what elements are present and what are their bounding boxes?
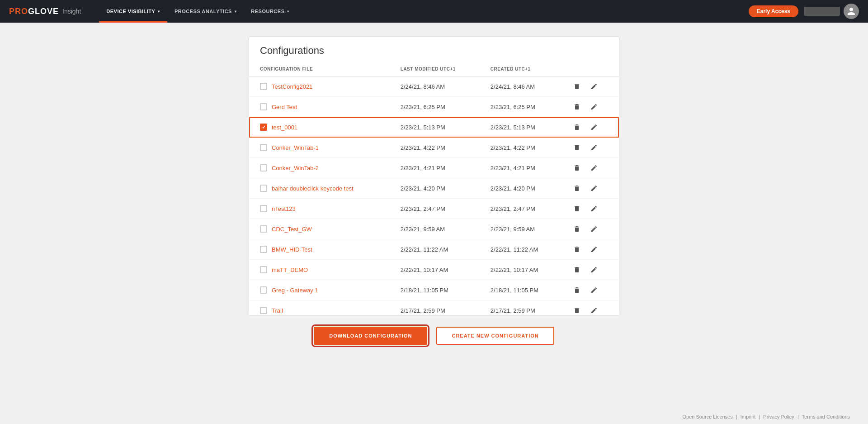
table-row: Trail2/17/21, 2:59 PM2/17/21, 2:59 PM: [249, 300, 619, 316]
table-row: Gerd Test2/23/21, 6:25 PM2/23/21, 6:25 P…: [249, 97, 619, 117]
file-name[interactable]: balhar doubleclick keycode test: [272, 185, 354, 192]
file-name[interactable]: Trail: [272, 307, 283, 314]
file-name-cell: Conker_WinTab-2: [249, 158, 393, 178]
created-date: 2/23/21, 5:13 PM: [483, 117, 564, 138]
table-row: Conker_WinTab-12/23/21, 4:22 PM2/23/21, …: [249, 138, 619, 158]
page-footer: Open Source Licenses | Imprint | Privacy…: [664, 410, 868, 424]
created-date: 2/23/21, 6:25 PM: [483, 97, 564, 117]
file-name-cell: Trail: [249, 300, 393, 316]
modified-date: 2/22/21, 10:17 AM: [393, 260, 483, 280]
delete-icon[interactable]: [571, 122, 582, 133]
file-name-cell: Greg - Gateway 1: [249, 280, 393, 300]
actions-cell: [564, 219, 619, 239]
checkbox[interactable]: [260, 103, 267, 110]
footer-link-terms[interactable]: Terms and Conditions: [802, 414, 850, 419]
modified-date: 2/23/21, 9:59 AM: [393, 219, 483, 239]
modified-date: 2/24/21, 8:46 AM: [393, 76, 483, 97]
created-date: 2/23/21, 2:47 PM: [483, 199, 564, 219]
created-date: 2/17/21, 2:59 PM: [483, 300, 564, 316]
file-name[interactable]: Conker_WinTab-2: [272, 165, 319, 172]
delete-icon[interactable]: [571, 224, 582, 234]
actions-cell: [564, 76, 619, 97]
delete-icon[interactable]: [571, 244, 582, 255]
file-name[interactable]: BMW_HID-Test: [272, 246, 312, 253]
table-row: test_00012/23/21, 5:13 PM2/23/21, 5:13 P…: [249, 117, 619, 138]
table-wrapper[interactable]: CONFIGURATION FILE LAST MODIFIED UTC+1 C…: [249, 62, 619, 315]
table-row: BMW_HID-Test2/22/21, 11:22 AM2/22/21, 11…: [249, 239, 619, 260]
checkbox[interactable]: [260, 286, 267, 294]
nav-item-process-analytics[interactable]: PROCESS ANALYTICS ▾: [167, 0, 244, 23]
col-header-modified: LAST MODIFIED UTC+1: [393, 62, 483, 76]
edit-icon[interactable]: [589, 224, 599, 234]
footer-link-imprint[interactable]: Imprint: [741, 414, 756, 419]
delete-icon[interactable]: [571, 81, 582, 92]
file-name[interactable]: Conker_WinTab-1: [272, 144, 319, 151]
footer-actions: DOWNLOAD CONFIGURATION CREATE NEW CONFIG…: [167, 316, 701, 350]
create-new-configuration-button[interactable]: CREATE NEW CONFIGURATION: [436, 327, 554, 345]
config-table: CONFIGURATION FILE LAST MODIFIED UTC+1 C…: [249, 62, 619, 315]
delete-icon[interactable]: [571, 305, 582, 315]
checkbox[interactable]: [260, 307, 267, 314]
edit-icon[interactable]: [589, 101, 599, 112]
edit-icon[interactable]: [589, 142, 599, 153]
file-name[interactable]: CDC_Test_GW: [272, 226, 312, 233]
file-name[interactable]: TestConfig2021: [272, 83, 312, 90]
table-row: nTest1232/23/21, 2:47 PM2/23/21, 2:47 PM: [249, 199, 619, 219]
file-name-cell: TestConfig2021: [249, 76, 393, 97]
footer-link-licenses[interactable]: Open Source Licenses: [682, 414, 732, 419]
footer-link-privacy[interactable]: Privacy Policy: [763, 414, 794, 419]
user-area: [804, 4, 859, 19]
file-name-cell: nTest123: [249, 199, 393, 219]
delete-icon[interactable]: [571, 264, 582, 275]
checkbox[interactable]: [260, 144, 267, 151]
avatar[interactable]: [844, 4, 859, 19]
file-name[interactable]: Greg - Gateway 1: [272, 287, 318, 294]
edit-icon[interactable]: [589, 244, 599, 255]
file-name-cell: Conker_WinTab-1: [249, 138, 393, 158]
edit-icon[interactable]: [589, 305, 599, 315]
delete-icon[interactable]: [571, 142, 582, 153]
edit-icon[interactable]: [589, 183, 599, 194]
file-name[interactable]: nTest123: [272, 205, 296, 212]
checkbox[interactable]: [260, 83, 267, 90]
delete-icon[interactable]: [571, 203, 582, 214]
delete-icon[interactable]: [571, 101, 582, 112]
edit-icon[interactable]: [589, 285, 599, 295]
chevron-down-icon: ▾: [158, 10, 160, 14]
checkbox[interactable]: [260, 225, 267, 233]
actions-cell: [564, 280, 619, 300]
table-row: TestConfig20212/24/21, 8:46 AM2/24/21, 8…: [249, 76, 619, 97]
file-name[interactable]: maTT_DEMO: [272, 267, 308, 273]
delete-icon[interactable]: [571, 285, 582, 295]
early-access-button[interactable]: Early Access: [749, 5, 798, 17]
delete-icon[interactable]: [571, 162, 582, 173]
delete-icon[interactable]: [571, 183, 582, 194]
edit-icon[interactable]: [589, 81, 599, 92]
download-configuration-button[interactable]: DOWNLOAD CONFIGURATION: [314, 327, 427, 345]
logo: PROGLOVE Insight: [9, 7, 81, 16]
nav-item-device-visibility[interactable]: DEVICE VISIBILITY ▾: [99, 0, 167, 23]
checkbox[interactable]: [260, 246, 267, 253]
checkbox[interactable]: [260, 185, 267, 192]
edit-icon[interactable]: [589, 122, 599, 133]
checkbox[interactable]: [260, 124, 267, 131]
edit-icon[interactable]: [589, 162, 599, 173]
checkbox[interactable]: [260, 205, 267, 212]
file-name-cell: Gerd Test: [249, 97, 393, 117]
table-row: balhar doubleclick keycode test2/23/21, …: [249, 178, 619, 199]
edit-icon[interactable]: [589, 203, 599, 214]
checkbox[interactable]: [260, 164, 267, 172]
file-name[interactable]: Gerd Test: [272, 104, 297, 110]
modified-date: 2/23/21, 4:22 PM: [393, 138, 483, 158]
actions-cell: [564, 178, 619, 199]
actions-cell: [564, 239, 619, 260]
actions-cell: [564, 117, 619, 138]
created-date: 2/22/21, 11:22 AM: [483, 239, 564, 260]
nav-item-resources[interactable]: RESOURCES ▾: [244, 0, 297, 23]
table-row: maTT_DEMO2/22/21, 10:17 AM2/22/21, 10:17…: [249, 260, 619, 280]
logo-glove: GLOVE: [28, 7, 59, 16]
checkbox[interactable]: [260, 266, 267, 273]
file-name[interactable]: test_0001: [272, 124, 297, 131]
created-date: 2/23/21, 4:22 PM: [483, 138, 564, 158]
edit-icon[interactable]: [589, 264, 599, 275]
